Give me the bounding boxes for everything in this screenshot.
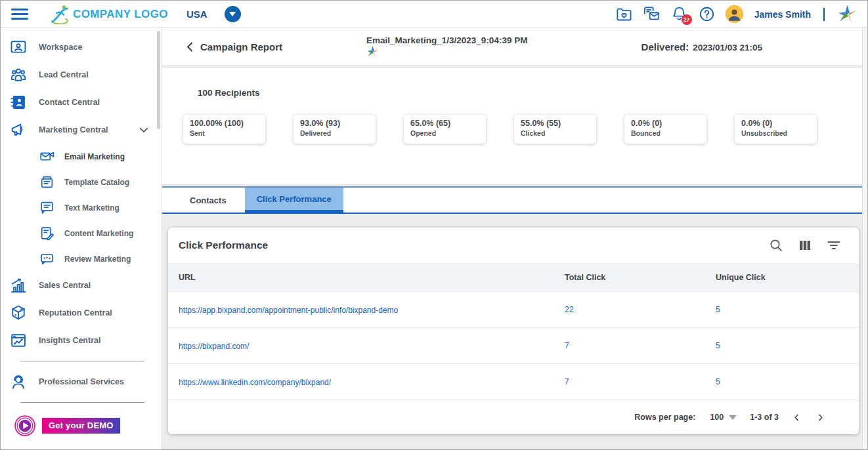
column-header-total-click[interactable]: Total Click <box>565 273 716 282</box>
row-unique-click[interactable]: 5 <box>716 377 859 386</box>
sidebar-subitem-email-marketing[interactable]: Email Marketing <box>1 144 162 169</box>
row-url-link[interactable]: https://bixpand.com/ <box>179 342 249 351</box>
column-header-url[interactable]: URL <box>168 273 565 282</box>
delivered-value: 2023/01/03 21:05 <box>693 43 762 52</box>
template-catalog-icon <box>39 174 56 191</box>
sidebar-divider <box>20 402 144 403</box>
sidebar-item-label: Lead Central <box>39 70 89 79</box>
sidebar-item-workspace[interactable]: Workspace <box>1 33 162 61</box>
search-button[interactable] <box>768 237 784 253</box>
demo-play-icon[interactable] <box>14 415 36 437</box>
chevron-down-icon[interactable] <box>138 124 150 136</box>
stat-card-bounced[interactable]: 0.0% (0) Bounced <box>624 115 706 144</box>
bix-star-icon <box>366 45 380 58</box>
row-url-link[interactable]: https://app.bixpand.com/appointment-publ… <box>179 306 398 315</box>
content-area: Workspace Lead Central <box>1 28 867 449</box>
filter-icon <box>826 237 842 253</box>
stat-card-clicked[interactable]: 55.0% (55) Clicked <box>514 115 596 144</box>
sidebar-subitem-label: Email Marketing <box>64 152 125 161</box>
vertical-scrollbar[interactable] <box>862 28 867 449</box>
campaign-header: Campaign Report Email_Marketing_1/3/2023… <box>162 28 867 66</box>
rows-per-page-select[interactable]: 100 <box>710 413 737 422</box>
sidebar-item-label: Reputation Central <box>39 308 112 317</box>
notifications-button[interactable]: 27 <box>670 5 688 23</box>
sidebar-subitem-review-marketing[interactable]: Review Marketing <box>1 246 162 272</box>
row-unique-click[interactable]: 5 <box>716 341 859 350</box>
sidebar-subitem-template-catalog[interactable]: Template Catalog <box>1 169 162 195</box>
table-row[interactable]: https://www.linkedin.com/company/bixpand… <box>168 363 859 399</box>
help-button[interactable] <box>698 5 716 23</box>
next-page-button[interactable] <box>812 409 829 426</box>
sidebar-item-label: Professional Services <box>39 377 124 386</box>
rows-per-page-label: Rows per page: <box>634 413 695 422</box>
column-header-unique-click[interactable]: Unique Click <box>716 273 859 282</box>
sidebar-subitem-content-marketing[interactable]: Content Marketing <box>1 220 162 246</box>
row-total-click[interactable]: 22 <box>565 305 716 314</box>
stat-value: 0.0% (0) <box>741 119 810 128</box>
sidebar-item-contact-central[interactable]: Contact Central <box>1 89 162 116</box>
reputation-central-icon <box>9 303 28 323</box>
get-demo-button[interactable]: Get your DEMO <box>42 418 120 434</box>
columns-icon <box>797 237 813 253</box>
recipients-count: 100 Recipients <box>198 88 867 98</box>
demo-row: Get your DEMO <box>1 409 162 437</box>
bix-star-logo-icon[interactable] <box>837 4 858 25</box>
tab-contacts[interactable]: Contacts <box>171 188 245 213</box>
stat-card-opened[interactable]: 65.0% (65) Opened <box>404 115 486 144</box>
stat-value: 55.0% (55) <box>521 119 590 128</box>
sidebar-item-lead-central[interactable]: Lead Central <box>1 61 162 89</box>
user-name[interactable]: James Smith <box>754 9 811 20</box>
columns-button[interactable] <box>797 237 813 253</box>
sidebar-item-label: Workspace <box>39 43 82 52</box>
sidebar-subitem-label: Content Marketing <box>64 229 133 238</box>
messages-icon <box>643 5 661 23</box>
click-performance-header: Click Performance <box>168 228 859 263</box>
stat-label: Opened <box>410 129 479 137</box>
stat-card-delivered[interactable]: 93.0% (93) Delivered <box>293 115 376 144</box>
rows-per-page-value: 100 <box>710 413 724 422</box>
sidebar-item-insights-central[interactable]: Insights Central <box>1 327 162 354</box>
click-performance-card: Click Performance <box>168 228 859 434</box>
row-unique-click[interactable]: 5 <box>716 305 859 314</box>
stat-card-sent[interactable]: 100.00% (100) Sent <box>183 115 265 144</box>
hamburger-menu-icon[interactable] <box>11 9 28 20</box>
stat-card-unsubscribed[interactable]: 0.0% (0) Unsubscribed <box>735 115 817 144</box>
filter-button[interactable] <box>826 237 842 253</box>
tab-click-performance[interactable]: Click Performance <box>245 188 343 213</box>
sidebar-subitem-text-marketing[interactable]: Text Marketing <box>1 195 162 220</box>
previous-page-button[interactable] <box>788 409 805 426</box>
table-row[interactable]: https://app.bixpand.com/appointment-publ… <box>168 291 859 327</box>
avatar[interactable] <box>726 5 743 23</box>
sidebar: Workspace Lead Central <box>1 28 162 449</box>
back-label: Campaign Report <box>200 41 282 52</box>
pagination-range: 1-3 of 3 <box>750 413 779 422</box>
sidebar-item-label: Sales Central <box>39 281 91 290</box>
stat-value: 93.0% (93) <box>300 119 369 128</box>
back-button[interactable]: Campaign Report <box>184 41 282 52</box>
sidebar-item-professional-services[interactable]: Professional Services <box>1 368 162 396</box>
click-performance-title: Click Performance <box>179 239 268 251</box>
sidebar-item-reputation-central[interactable]: Reputation Central <box>1 299 162 327</box>
sales-central-icon <box>9 276 28 295</box>
row-url-link[interactable]: https://www.linkedin.com/company/bixpand… <box>179 378 331 387</box>
workspace-icon <box>9 37 28 57</box>
caret-down-icon <box>229 12 236 16</box>
favorites-folder-button[interactable] <box>615 5 633 23</box>
content-marketing-icon <box>39 225 56 242</box>
region-dropdown-button[interactable] <box>225 6 241 22</box>
sidebar-subitem-label: Text Marketing <box>64 203 119 213</box>
sidebar-item-marketing-central[interactable]: Marketing Central <box>1 116 162 144</box>
notification-badge: 27 <box>682 14 692 25</box>
messages-button[interactable] <box>643 5 661 23</box>
review-marketing-icon <box>39 251 56 268</box>
row-total-click[interactable]: 7 <box>565 377 716 386</box>
pagination-bar: Rows per page: 100 1-3 of 3 <box>168 399 859 434</box>
sidebar-scrollbar[interactable] <box>157 31 160 129</box>
marketing-central-icon <box>9 120 28 140</box>
table-row[interactable]: https://bixpand.com/ 7 5 <box>168 327 859 363</box>
company-logo[interactable]: COMPANY LOGO <box>48 5 168 24</box>
sidebar-item-sales-central[interactable]: Sales Central <box>1 272 162 299</box>
campaign-title: Email_Marketing_1/3/2023_9:04:39 PM <box>366 35 527 45</box>
topbar-actions: 27 James Smith <box>615 4 858 25</box>
row-total-click[interactable]: 7 <box>565 341 716 350</box>
